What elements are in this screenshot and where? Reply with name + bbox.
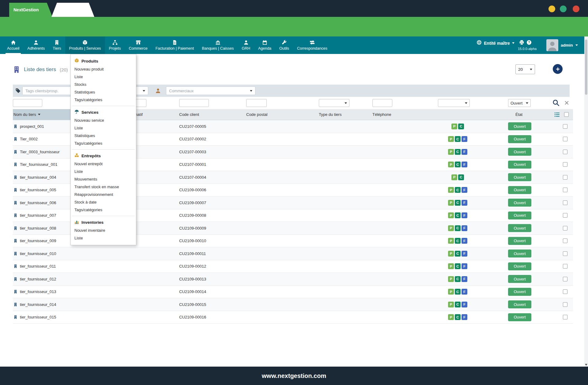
- table-row[interactable]: tier_fournisseur_012CU2109-00013PCFOuver…: [13, 273, 573, 286]
- nav-item-produits-services[interactable]: Produits | Services: [65, 36, 105, 54]
- table-row[interactable]: tier_fournisseur_014CU2109-00015PCFOuver…: [13, 298, 573, 311]
- tier-name[interactable]: tier_fournisseur_012: [20, 277, 56, 281]
- user-menu[interactable]: admin: [546, 39, 578, 51]
- nav-item-outils[interactable]: Outils: [275, 36, 293, 54]
- brand-tab[interactable]: NextGestion: [9, 3, 52, 17]
- filter-telephone[interactable]: [372, 99, 392, 107]
- menu-item-tags-categories[interactable]: Tags/catégories: [71, 139, 136, 147]
- state-button[interactable]: Ouvert: [508, 262, 531, 270]
- state-button[interactable]: Ouvert: [508, 300, 531, 308]
- page-size-select[interactable]: 20: [515, 64, 535, 74]
- menu-item-liste[interactable]: Liste: [71, 168, 136, 175]
- filter-type-du-tiers[interactable]: [319, 99, 349, 107]
- menu-item-nouveau-produit[interactable]: Nouveau produit: [71, 65, 136, 73]
- filter-etat[interactable]: Ouvert: [508, 99, 531, 107]
- row-checkbox[interactable]: [563, 264, 567, 269]
- state-button[interactable]: Ouvert: [508, 173, 531, 181]
- list-view-icon[interactable]: [554, 112, 560, 117]
- tier-name-cell[interactable]: tier_fournisseur_013: [13, 286, 118, 298]
- search-button[interactable]: [552, 99, 560, 106]
- nav-item-projets[interactable]: Projets: [105, 36, 125, 54]
- table-row[interactable]: tier_fournisseur_011CU2109-00012PCFOuver…: [13, 260, 573, 273]
- row-checkbox[interactable]: [563, 162, 567, 167]
- filter-code-postal[interactable]: [246, 99, 267, 107]
- tier-name[interactable]: tier_fournisseur_005: [20, 188, 56, 192]
- footer-url[interactable]: www.nextgestion.com: [262, 372, 326, 379]
- filter-nom-du-tiers[interactable]: [13, 99, 42, 107]
- tier-name[interactable]: tier_fournisseur_004: [20, 175, 56, 180]
- state-button[interactable]: Ouvert: [508, 224, 531, 232]
- state-button[interactable]: Ouvert: [508, 161, 531, 169]
- menu-item-statistiques[interactable]: Statistiques: [71, 132, 136, 139]
- menu-item-nouveau-service[interactable]: Nouveau service: [71, 116, 136, 124]
- column-header-telephone[interactable]: Téléphone: [372, 109, 438, 120]
- menu-item-nouvel-entrepot[interactable]: Nouvel entrepôt: [71, 160, 136, 168]
- tier-name-cell[interactable]: tier_fournisseur_012: [13, 273, 118, 285]
- clear-filters-button[interactable]: [564, 100, 569, 105]
- add-tier-button[interactable]: [553, 64, 563, 74]
- nav-item-adherents[interactable]: Adhérents: [23, 36, 49, 54]
- menu-item-liste[interactable]: Liste: [71, 73, 136, 81]
- column-header-code-postal[interactable]: Code postal: [246, 109, 319, 120]
- tier-name-cell[interactable]: tier_fournisseur_014: [13, 298, 118, 311]
- nav-item-accueil[interactable]: Accueil: [3, 36, 23, 54]
- nav-item-commerce[interactable]: Commerce: [125, 36, 152, 54]
- table-row[interactable]: tier_fournisseur_013CU2109-00014PCFOuver…: [13, 286, 573, 299]
- menu-item-nouvel-inventaire[interactable]: Nouvel inventaire: [71, 227, 136, 234]
- select-all-checkbox[interactable]: [564, 112, 569, 117]
- tier-name-cell[interactable]: tier_fournisseur_011: [13, 260, 118, 273]
- print-icon[interactable]: [519, 40, 524, 46]
- tier-name[interactable]: tier_fournisseur_010: [20, 251, 56, 256]
- scrollbar[interactable]: [584, 36, 588, 367]
- status-dot-yellow[interactable]: [548, 6, 555, 12]
- tier-name[interactable]: tier_fournisseur_013: [20, 289, 56, 294]
- tier-name-cell[interactable]: tier_fournisseur_015: [13, 311, 118, 324]
- table-row[interactable]: tier_fournisseur_015CU2109-00016PCFOuver…: [13, 311, 573, 324]
- tier-name[interactable]: tier_fournisseur_014: [20, 302, 56, 307]
- row-checkbox[interactable]: [563, 200, 567, 205]
- table-row[interactable]: tier_fournisseur_010CU2109-00011PCFOuver…: [13, 247, 573, 260]
- nav-item-correspondances[interactable]: Correspondances: [293, 36, 331, 54]
- state-button[interactable]: Ouvert: [508, 122, 531, 130]
- tier-name[interactable]: Tier_0002: [20, 137, 38, 141]
- column-header-type-du-tiers[interactable]: Type du tiers: [319, 109, 372, 120]
- menu-item-tags-categories[interactable]: Tags/catégories: [71, 206, 136, 214]
- row-checkbox[interactable]: [563, 226, 567, 231]
- tier-name[interactable]: tier_fournisseur_011: [20, 264, 56, 269]
- filter-nature[interactable]: [438, 99, 470, 107]
- commercials-filter-select[interactable]: Commerciaux: [166, 86, 255, 95]
- tier-name[interactable]: tier_fournisseur_008: [20, 226, 56, 231]
- column-header-code-client[interactable]: Code client: [179, 109, 246, 120]
- state-button[interactable]: Ouvert: [508, 250, 531, 257]
- menu-item-reapprovisionnement[interactable]: Réapprovisionnement: [71, 191, 136, 198]
- row-checkbox[interactable]: [563, 175, 567, 180]
- tier-name[interactable]: tier_fournisseur_007: [20, 213, 56, 218]
- nav-item-tiers[interactable]: Tiers: [49, 36, 65, 54]
- tier-name[interactable]: Tier_fournisseur_001: [20, 162, 57, 167]
- column-header-etat[interactable]: État: [508, 109, 539, 120]
- status-dot-red[interactable]: [573, 6, 579, 12]
- entity-selector[interactable]: Entité maître ?: [477, 40, 532, 46]
- menu-item-stocks[interactable]: Stocks: [71, 81, 136, 88]
- row-checkbox[interactable]: [563, 150, 567, 154]
- menu-item-transfert-stock-en-masse[interactable]: Transfert stock en masse: [71, 183, 136, 191]
- state-button[interactable]: Ouvert: [508, 148, 531, 156]
- menu-item-liste[interactable]: Liste: [71, 234, 136, 242]
- row-checkbox[interactable]: [563, 289, 567, 294]
- tier-name-cell[interactable]: tier_fournisseur_010: [13, 247, 118, 260]
- state-button[interactable]: Ouvert: [508, 135, 531, 143]
- row-checkbox[interactable]: [563, 277, 567, 281]
- nav-item-agenda[interactable]: Agenda: [254, 36, 275, 54]
- nav-item-facturation-paiement[interactable]: Facturation | Paiement: [152, 36, 198, 54]
- row-checkbox[interactable]: [563, 137, 567, 141]
- row-checkbox[interactable]: [563, 302, 567, 307]
- tier-name[interactable]: prospect_001: [20, 124, 44, 129]
- status-dot-green[interactable]: [560, 6, 567, 12]
- tier-name[interactable]: tier_fournisseur_006: [20, 200, 56, 205]
- tier-name[interactable]: tier_fournisseur_009: [20, 238, 56, 243]
- row-checkbox[interactable]: [563, 251, 567, 256]
- nav-item-grh[interactable]: GRH: [238, 36, 254, 54]
- help-icon[interactable]: ?: [526, 40, 532, 46]
- scrollbar-down-arrow[interactable]: [585, 364, 587, 366]
- tier-name[interactable]: Tier_0003_fournisseur: [20, 150, 60, 154]
